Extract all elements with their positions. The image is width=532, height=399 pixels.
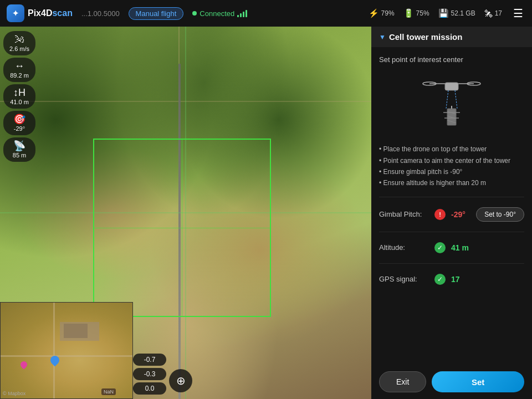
home-pin — [19, 360, 28, 369]
panel-header: ▼ Cell tower mission — [371, 27, 532, 47]
wind-speed-value: 2.6 m/s — [9, 45, 29, 52]
range-icon: 📡 — [13, 141, 25, 151]
svg-line-5 — [446, 90, 448, 109]
instruction-3: • Ensure gimbal pitch is -90° — [379, 166, 524, 177]
nan-badge: NaN — [101, 388, 116, 395]
app-logo: ✦ Pix4Dscan — [7, 4, 73, 22]
gimbal-pitch-label: Gimbal Pitch: — [379, 210, 429, 218]
distance-icon: ↔ — [14, 61, 24, 71]
range-value: 85 m — [13, 152, 26, 158]
storage-icon: 💾 — [438, 8, 449, 18]
altitude-row: Altitude: ✓ 41 m — [379, 240, 524, 255]
altitude-value: 41 m — [451, 243, 469, 252]
gps-value: 17 — [451, 275, 460, 284]
divider-3 — [379, 263, 524, 264]
telem-val2: -0.3 — [133, 368, 166, 380]
mapbox-attribution: © Mapbox — [3, 391, 25, 396]
satellite-status: 🛰 17 — [484, 9, 502, 18]
distance-value: 89.2 m — [10, 72, 29, 79]
instruction-1: • Place the drone on top of the tower — [379, 144, 524, 155]
app-name: Pix4Dscan — [28, 8, 73, 18]
battery2-icon: 🔋 — [403, 8, 414, 18]
wind-speed-widget: 🌬 2.6 m/s — [3, 31, 35, 55]
telemetry-column: -0.7 -0.3 0.0 — [133, 354, 166, 399]
set-gimbal-button[interactable]: Set to -90° — [476, 207, 524, 222]
set-button[interactable]: Set — [432, 371, 524, 392]
distance-widget: ↔ 89.2 m — [3, 58, 35, 82]
exit-button[interactable]: Exit — [379, 371, 426, 392]
altitude-value: 41.0 m — [10, 99, 29, 105]
range-widget: 📡 85 m — [3, 137, 35, 162]
flight-mode-badge[interactable]: Manual flight — [129, 7, 184, 20]
telem-val3: 0.0 — [133, 382, 166, 395]
divider-1 — [379, 197, 524, 197]
divider-2 — [379, 232, 524, 232]
instructions: • Place the drone on top of the tower • … — [379, 144, 524, 189]
compass-button[interactable]: ⊕ — [169, 369, 192, 392]
connection-status: Connected — [192, 9, 247, 18]
mini-map-background: NaN © Mapbox — [1, 303, 132, 398]
gps-row: GPS signal: ✓ 17 — [379, 272, 524, 287]
altitude-status-indicator: ✓ — [434, 242, 446, 253]
panel-footer: Exit Set — [371, 365, 532, 399]
connected-dot — [192, 11, 197, 16]
gimbal-widget: 🎯 -29° — [3, 111, 35, 135]
panel-subtitle: Set point of interest center — [379, 55, 524, 65]
svg-line-6 — [455, 90, 457, 109]
battery1-status: ⚡ 79% — [369, 8, 395, 18]
altitude-widget: ↕H 41.0 m — [3, 84, 35, 109]
telem-val1: -0.7 — [133, 354, 166, 366]
drone-svg — [418, 78, 485, 134]
right-panel: ▼ Cell tower mission Set point of intere… — [371, 27, 532, 399]
wind-icon: 🌬 — [14, 34, 24, 44]
topbar: ✦ Pix4Dscan ...1.00.5000 Manual flight C… — [0, 0, 532, 27]
instruction-4: • Ensure altitude is higher than 20 m — [379, 177, 524, 188]
satellite-icon: 🛰 — [484, 9, 493, 18]
mini-map[interactable]: NaN © Mapbox — [0, 302, 133, 399]
gimbal-pitch-value: -29° — [451, 210, 466, 219]
gps-status-indicator: ✓ — [434, 274, 446, 285]
app-logo-icon: ✦ — [7, 4, 24, 22]
signal-bars-icon — [237, 9, 247, 17]
panel-collapse-icon: ▼ — [379, 33, 386, 41]
panel-body: Set point of interest center — [371, 47, 532, 365]
storage-status: 💾 52.1 GB — [438, 8, 475, 18]
drone-illustration — [379, 73, 524, 136]
gimbal-value: -29° — [14, 125, 25, 132]
version-label: ...1.00.5000 — [81, 9, 120, 18]
battery2-status: 🔋 75% — [403, 8, 429, 18]
gps-label: GPS signal: — [379, 275, 429, 283]
panel-title: Cell tower mission — [389, 32, 463, 42]
instruction-2: • Point camera to aim the center of the … — [379, 155, 524, 166]
altitude-label: Altitude: — [379, 243, 429, 252]
gimbal-icon: 🎯 — [13, 114, 25, 124]
svg-rect-0 — [445, 83, 458, 90]
gimbal-pitch-row: Gimbal Pitch: ! -29° Set to -90° — [379, 205, 524, 224]
altitude-icon: ↕H — [13, 88, 25, 98]
gimbal-status-indicator: ! — [434, 209, 446, 220]
menu-button[interactable]: ☰ — [511, 4, 525, 22]
selection-box — [93, 139, 272, 318]
battery1-icon: ⚡ — [369, 8, 379, 18]
